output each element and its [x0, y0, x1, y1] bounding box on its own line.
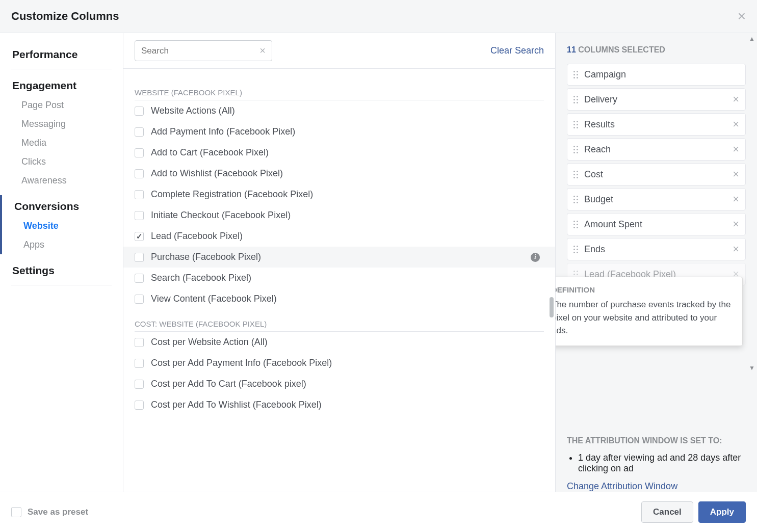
sidebar-item[interactable]: Media: [0, 134, 123, 152]
option-label: Add Payment Info (Facebook Pixel): [151, 126, 295, 137]
option-label: Add to Cart (Facebook Pixel): [151, 147, 269, 158]
option-checkbox[interactable]: [135, 380, 144, 389]
option-checkbox[interactable]: [135, 338, 144, 347]
selected-count-heading: 11 COLUMNS SELECTED: [567, 45, 746, 55]
sidebar-item[interactable]: Apps: [2, 235, 123, 254]
tooltip-body: The number of purchase events tracked by…: [556, 298, 732, 337]
attribution-list: 1 day after viewing ad and 28 days after…: [578, 453, 746, 474]
scroll-up-icon[interactable]: ▲: [749, 35, 755, 42]
column-option[interactable]: Purchase (Facebook Pixel)i: [123, 247, 555, 268]
remove-column-icon[interactable]: ×: [733, 169, 739, 180]
drag-handle-icon[interactable]: [573, 96, 578, 103]
selected-column-chip[interactable]: Cost×: [567, 163, 746, 185]
chip-label: Amount Spent: [584, 219, 733, 230]
sidebar-section: EngagementPage PostMessagingMediaClicksA…: [0, 74, 123, 190]
option-checkbox[interactable]: [135, 169, 144, 178]
option-checkbox[interactable]: [135, 401, 144, 410]
drag-handle-icon[interactable]: [573, 246, 578, 253]
remove-column-icon[interactable]: ×: [733, 219, 739, 230]
sidebar-item[interactable]: Messaging: [0, 115, 123, 134]
option-checkbox[interactable]: [135, 127, 144, 137]
option-checkbox[interactable]: [135, 190, 144, 199]
option-checkbox[interactable]: [135, 274, 144, 283]
column-option[interactable]: Add to Wishlist (Facebook Pixel): [135, 163, 544, 184]
option-checkbox[interactable]: [135, 107, 144, 116]
attribution-bullet: 1 day after viewing ad and 28 days after…: [578, 453, 746, 474]
sidebar-heading[interactable]: Performance: [0, 43, 123, 65]
clear-input-icon[interactable]: ×: [259, 45, 266, 57]
search-input-container[interactable]: ×: [135, 40, 272, 61]
column-option[interactable]: Add Payment Info (Facebook Pixel): [135, 121, 544, 142]
sidebar-heading[interactable]: Conversions: [2, 195, 123, 217]
search-input[interactable]: [141, 46, 259, 56]
option-checkbox[interactable]: [135, 359, 144, 368]
remove-column-icon[interactable]: ×: [733, 244, 739, 255]
sidebar-item[interactable]: Website: [2, 217, 123, 235]
option-label: Cost per Website Action (All): [151, 337, 268, 348]
sidebar-heading[interactable]: Engagement: [0, 74, 123, 96]
option-label: Search (Facebook Pixel): [151, 273, 251, 283]
drag-handle-icon[interactable]: [573, 71, 578, 78]
selected-columns-panel: ▲ 11 COLUMNS SELECTED CampaignDelivery×R…: [555, 33, 757, 492]
drag-handle-icon[interactable]: [573, 196, 578, 203]
selected-column-chip[interactable]: Reach×: [567, 138, 746, 161]
remove-column-icon[interactable]: ×: [733, 119, 739, 130]
change-attribution-link[interactable]: Change Attribution Window: [567, 481, 677, 491]
divider: [11, 69, 112, 69]
column-option[interactable]: Cost per Add Payment Info (Facebook Pixe…: [135, 353, 544, 374]
column-option[interactable]: Complete Registration (Facebook Pixel): [135, 184, 544, 205]
column-option[interactable]: View Content (Facebook Pixel): [135, 288, 544, 309]
column-option[interactable]: Cost per Website Action (All): [135, 332, 544, 353]
option-checkbox[interactable]: [135, 211, 144, 220]
column-option[interactable]: Cost per Add To Cart (Facebook pixel): [135, 374, 544, 394]
option-label: Add to Wishlist (Facebook Pixel): [151, 168, 283, 179]
selected-column-chip[interactable]: Budget×: [567, 188, 746, 210]
selected-column-chip[interactable]: Amount Spent×: [567, 213, 746, 235]
drag-handle-icon[interactable]: [573, 221, 578, 228]
sidebar-heading[interactable]: Settings: [0, 259, 123, 281]
option-checkbox[interactable]: [135, 253, 144, 262]
preset-checkbox[interactable]: [11, 507, 21, 517]
remove-column-icon[interactable]: ×: [733, 194, 739, 205]
option-checkbox[interactable]: [135, 295, 144, 304]
option-group-title: COST: WEBSITE (FACEBOOK PIXEL): [135, 314, 544, 332]
option-checkbox[interactable]: [135, 148, 144, 157]
drag-handle-icon[interactable]: [573, 121, 578, 128]
save-as-preset[interactable]: Save as preset: [11, 507, 88, 517]
drag-handle-icon[interactable]: [573, 171, 578, 178]
option-label: Cost per Add Payment Info (Facebook Pixe…: [151, 358, 332, 368]
option-label: Cost per Add To Wishlist (Facebook Pixel…: [151, 400, 322, 410]
preset-label: Save as preset: [28, 507, 88, 517]
sidebar-item[interactable]: Awareness: [0, 171, 123, 190]
remove-column-icon[interactable]: ×: [733, 144, 739, 155]
drag-handle-icon[interactable]: [573, 146, 578, 153]
selected-column-chip[interactable]: Campaign: [567, 64, 746, 86]
chip-label: Cost: [584, 169, 733, 180]
option-checkbox[interactable]: [135, 232, 144, 241]
column-option[interactable]: Search (Facebook Pixel): [135, 268, 544, 288]
column-option[interactable]: Website Actions (All): [135, 100, 544, 121]
options-scroll[interactable]: WEBSITE (FACEBOOK PIXEL)Website Actions …: [123, 69, 555, 492]
search-bar: × Clear Search: [123, 33, 555, 69]
clear-search-link[interactable]: Clear Search: [490, 45, 544, 56]
scroll-down-icon[interactable]: ▼: [749, 364, 755, 371]
selected-heading-suffix: COLUMNS SELECTED: [578, 45, 665, 54]
selected-count: 11: [567, 45, 576, 54]
selected-column-chip[interactable]: Results×: [567, 113, 746, 136]
column-option[interactable]: Initiate Checkout (Facebook Pixel): [135, 205, 544, 226]
sidebar-item[interactable]: Clicks: [0, 152, 123, 171]
option-label: Purchase (Facebook Pixel): [151, 252, 261, 262]
column-option[interactable]: Add to Cart (Facebook Pixel): [135, 142, 544, 163]
cancel-button[interactable]: Cancel: [641, 501, 693, 523]
selected-column-chip[interactable]: Ends×: [567, 238, 746, 260]
remove-column-icon[interactable]: ×: [733, 94, 739, 105]
selected-column-chip[interactable]: Delivery×: [567, 88, 746, 111]
selected-scroll[interactable]: ▲ 11 COLUMNS SELECTED CampaignDelivery×R…: [556, 33, 757, 426]
column-option[interactable]: Lead (Facebook Pixel): [135, 226, 544, 247]
info-icon[interactable]: i: [531, 253, 540, 262]
apply-button[interactable]: Apply: [698, 501, 746, 523]
column-option[interactable]: Cost per Add To Wishlist (Facebook Pixel…: [135, 394, 544, 415]
sidebar-item[interactable]: Page Post: [0, 96, 123, 115]
close-icon[interactable]: ×: [738, 9, 746, 23]
scrollbar-thumb[interactable]: [550, 297, 554, 317]
